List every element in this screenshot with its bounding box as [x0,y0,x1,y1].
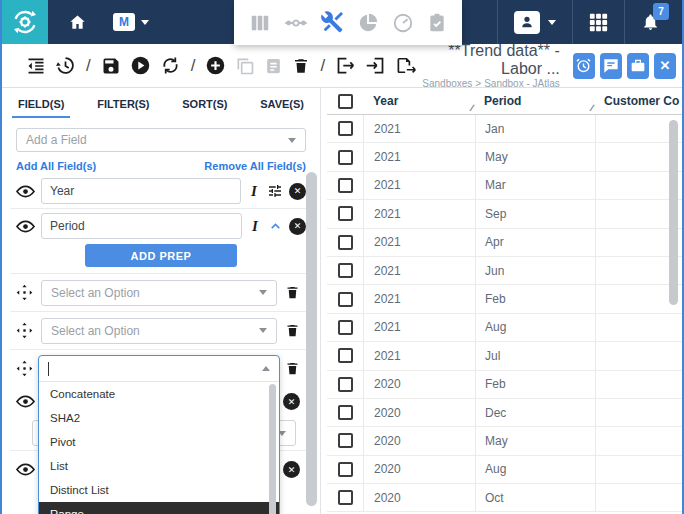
refresh-icon[interactable] [160,55,181,76]
table-row[interactable]: 2021 Feb [327,285,682,313]
panel-tab[interactable]: FILTER(S) [91,90,155,118]
row-checkbox[interactable] [338,206,353,221]
trash-icon[interactable] [285,360,300,377]
save-export-icon[interactable] [395,55,417,76]
export-icon[interactable] [335,55,356,76]
eye-icon[interactable] [16,395,35,408]
row-checkbox[interactable] [338,320,353,335]
close-button[interactable]: ✕ [654,53,676,79]
tune-icon[interactable] [267,183,283,199]
eye-icon[interactable] [16,463,35,476]
commit-dots-icon[interactable] [284,12,308,34]
row-checkbox[interactable] [338,263,353,278]
trash-icon[interactable] [285,322,300,339]
history-icon[interactable] [55,55,76,76]
column-header-year[interactable]: Year∕∕ [363,88,475,114]
add-prep-button[interactable]: ADD PREP [85,244,237,267]
remove-field-icon[interactable]: ✕ [283,393,300,410]
row-checkbox[interactable] [338,178,353,193]
combobox-input[interactable] [39,356,279,382]
column-header-period[interactable]: Period∕∕ [475,88,595,114]
gauge-icon[interactable] [392,12,414,34]
remove-field-icon[interactable]: ✕ [283,461,300,478]
apps-grid-button[interactable] [572,0,624,44]
table-row[interactable]: 2020 Feb [327,371,682,399]
paste-icon[interactable] [264,56,283,76]
comment-button[interactable] [600,53,622,79]
pie-chart-icon[interactable] [357,12,379,34]
table-row[interactable]: 2021 Jan [327,115,682,143]
add-all-fields-link[interactable]: Add All Field(s) [16,160,96,172]
add-icon[interactable] [205,55,226,76]
save-icon[interactable] [101,56,121,76]
add-field-select[interactable]: Add a Field [16,128,306,152]
table-row[interactable]: 2021 Jun [327,257,682,285]
columns-icon[interactable] [249,12,271,34]
dropdown-option[interactable]: Pivot [39,430,279,454]
table-row[interactable]: 2020 Dec [327,399,682,427]
table-row[interactable]: 2020 Aug [327,456,682,484]
move-icon[interactable] [16,322,33,339]
clipboard-check-icon[interactable] [427,12,447,34]
remove-field-icon[interactable]: ✕ [289,183,306,200]
dropdown-option[interactable]: List [39,454,279,478]
dropdown-option[interactable]: Concatenate [39,382,279,406]
dropdown-option[interactable]: Distinct List [39,478,279,502]
row-checkbox[interactable] [338,490,353,505]
prep-select[interactable]: Select an Option [41,318,277,344]
package-button[interactable] [627,53,649,79]
move-icon[interactable] [16,284,33,301]
remove-field-icon[interactable]: ✕ [289,218,306,235]
panel-scrollbar[interactable] [306,172,317,506]
table-row[interactable]: 2020 Oct [327,484,682,512]
import-icon[interactable] [365,55,386,76]
user-menu[interactable] [497,0,572,44]
table-row[interactable]: 2021 Sep [327,200,682,228]
row-checkbox[interactable] [338,292,353,307]
row-checkbox[interactable] [338,433,353,448]
table-scrollbar[interactable] [669,120,678,305]
row-checkbox[interactable] [338,462,353,477]
row-checkbox[interactable] [338,235,353,250]
tools-icon[interactable] [321,11,344,34]
eye-icon[interactable] [16,220,35,233]
prep-select[interactable]: Select an Option [41,280,277,306]
app-logo[interactable] [2,0,48,44]
remove-all-fields-link[interactable]: Remove All Field(s) [204,160,306,172]
notifications-button[interactable]: 7 [624,0,682,44]
table-row[interactable]: 2021 Apr [327,229,682,257]
field-name-input[interactable]: Year [41,178,241,204]
italic-format-icon[interactable]: I [248,218,262,235]
indent-icon[interactable] [26,56,46,76]
row-checkbox[interactable] [338,405,353,420]
move-icon[interactable] [16,360,33,377]
trash-icon[interactable] [285,284,300,301]
column-resize-handle[interactable]: ∕∕ [471,103,472,113]
table-row[interactable]: 2021 Jul [327,342,682,370]
italic-format-icon[interactable]: I [247,183,261,200]
copy-icon[interactable] [235,56,255,76]
row-checkbox[interactable] [338,150,353,165]
dropdown-option[interactable]: SHA2 [39,406,279,430]
home-button[interactable] [68,13,87,32]
table-row[interactable]: 2021 Mar [327,172,682,200]
dropdown-option[interactable]: Range [39,502,279,514]
column-resize-handle[interactable]: ∕∕ [591,103,592,113]
delete-icon[interactable] [292,56,310,76]
table-row[interactable]: 2021 May [327,143,682,171]
table-row[interactable]: 2021 Aug [327,314,682,342]
row-checkbox[interactable] [338,348,353,363]
eye-icon[interactable] [16,185,35,198]
column-header-customer[interactable]: Customer Co [595,88,682,114]
table-row[interactable]: 2020 May [327,427,682,455]
panel-tab[interactable]: FIELD(S) [12,90,70,118]
chevron-up-icon[interactable] [268,219,283,234]
dropdown-scrollbar[interactable] [269,384,276,514]
select-all-checkbox[interactable] [338,94,353,109]
row-checkbox[interactable] [338,377,353,392]
panel-tab[interactable]: SORT(S) [176,90,233,118]
module-menu[interactable]: M [113,13,149,31]
run-icon[interactable] [130,55,151,76]
field-name-input[interactable]: Period [41,213,242,239]
panel-tab[interactable]: SAVE(S) [254,90,310,118]
